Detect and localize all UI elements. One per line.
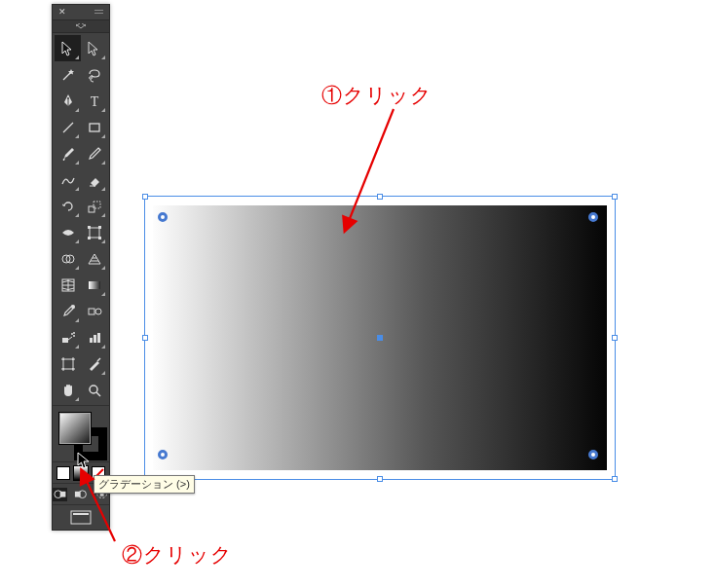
svg-line-5	[63, 123, 73, 132]
svg-rect-11	[88, 226, 91, 229]
perspective-grid-tool[interactable]	[81, 245, 107, 272]
screen-mode-row	[53, 504, 109, 530]
paintbrush-tool[interactable]	[55, 140, 81, 166]
slice-tool[interactable]	[81, 350, 107, 377]
draw-behind-button[interactable]	[73, 488, 88, 501]
svg-text:T: T	[90, 94, 98, 109]
gradient-tool[interactable]	[81, 272, 107, 298]
step1-label: ①クリック	[321, 82, 433, 109]
selection-tool[interactable]	[55, 35, 81, 61]
artboard-tool[interactable]	[55, 350, 81, 377]
column-graph-tool[interactable]	[81, 324, 107, 350]
direct-selection-tool[interactable]	[81, 35, 107, 61]
svg-rect-52	[73, 513, 89, 515]
svg-rect-31	[94, 335, 96, 343]
svg-rect-32	[97, 333, 100, 343]
screen-mode-button[interactable]	[68, 509, 94, 527]
anchor-se[interactable]	[588, 450, 598, 459]
svg-rect-22	[89, 281, 100, 289]
magic-wand-tool[interactable]	[55, 61, 81, 88]
svg-rect-13	[88, 237, 91, 239]
anchor-ne[interactable]	[588, 212, 598, 222]
svg-point-3	[67, 97, 69, 99]
handle-e[interactable]	[612, 335, 618, 341]
svg-point-25	[95, 309, 101, 314]
gradient-rectangle[interactable]	[153, 205, 607, 470]
blend-tool[interactable]	[81, 298, 107, 324]
anchor-nw[interactable]	[158, 212, 168, 222]
svg-rect-51	[71, 511, 91, 524]
panel-titlebar[interactable]: ✕	[53, 5, 109, 19]
handle-nw[interactable]	[142, 194, 148, 200]
fill-color-swatch[interactable]	[58, 412, 92, 445]
mesh-tool[interactable]	[55, 272, 81, 298]
svg-point-28	[73, 335, 75, 337]
hand-tool[interactable]	[55, 377, 81, 403]
eyedropper-tool[interactable]	[55, 298, 81, 324]
line-segment-tool[interactable]	[55, 114, 81, 140]
svg-rect-33	[63, 359, 73, 369]
draw-normal-button[interactable]	[53, 488, 67, 501]
svg-point-43	[90, 386, 97, 393]
shaper-tool[interactable]	[55, 166, 81, 193]
svg-rect-6	[90, 124, 99, 131]
svg-rect-30	[90, 338, 93, 343]
panel-collapse-tab[interactable]	[53, 19, 109, 33]
close-icon[interactable]: ✕	[58, 8, 66, 17]
svg-point-29	[73, 332, 75, 334]
lasso-tool[interactable]	[81, 61, 107, 88]
tool-grid: T	[53, 33, 109, 405]
color-fill-button[interactable]	[56, 466, 70, 480]
symbol-sprayer-tool[interactable]	[55, 324, 81, 350]
width-tool[interactable]	[55, 219, 81, 245]
handle-n[interactable]	[377, 194, 383, 200]
svg-line-42	[97, 358, 100, 361]
svg-point-1	[89, 76, 92, 79]
anchor-sw[interactable]	[158, 450, 168, 459]
handle-se[interactable]	[612, 476, 618, 482]
handle-s[interactable]	[377, 476, 383, 482]
svg-rect-10	[90, 228, 99, 238]
handle-w[interactable]	[142, 335, 148, 341]
type-tool[interactable]: T	[81, 88, 107, 114]
svg-rect-26	[62, 338, 68, 343]
grip-icon[interactable]	[94, 8, 103, 17]
svg-line-44	[96, 392, 100, 396]
scale-tool[interactable]	[81, 193, 107, 219]
svg-point-27	[71, 333, 73, 335]
svg-point-23	[71, 305, 75, 309]
rotate-tool[interactable]	[55, 193, 81, 219]
tooltip-text: グラデーション (>)	[98, 478, 190, 490]
svg-rect-24	[89, 309, 94, 314]
zoom-tool[interactable]	[81, 377, 107, 403]
eraser-tool[interactable]	[81, 166, 107, 193]
pen-tool[interactable]	[55, 88, 81, 114]
step2-label: ②クリック	[122, 541, 233, 569]
shape-builder-tool[interactable]	[55, 245, 81, 272]
rectangle-tool[interactable]	[81, 114, 107, 140]
handle-ne[interactable]	[612, 194, 618, 200]
free-transform-tool[interactable]	[81, 219, 107, 245]
pencil-tool[interactable]	[81, 140, 107, 166]
svg-rect-12	[98, 226, 101, 229]
svg-rect-46	[60, 492, 66, 497]
gradient-tooltip: グラデーション (>)	[94, 475, 195, 494]
cursor-icon	[76, 452, 94, 471]
